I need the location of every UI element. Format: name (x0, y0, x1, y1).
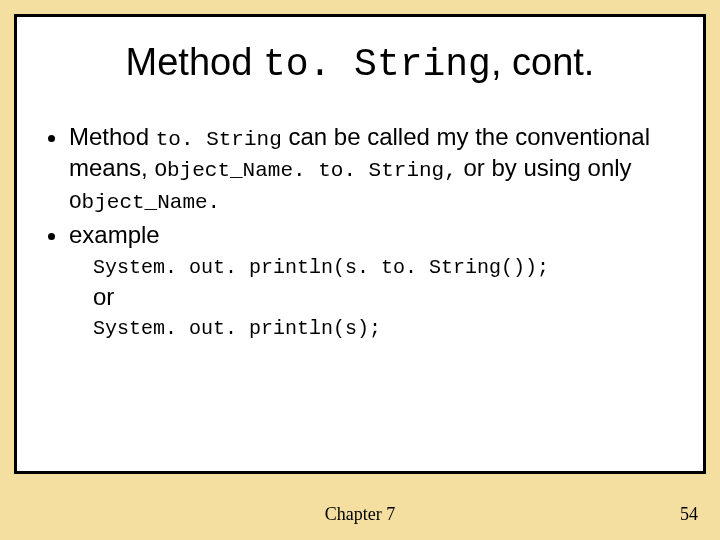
footer-chapter: Chapter 7 (0, 504, 720, 525)
code-line-2: System. out. println(s); (93, 317, 673, 340)
b1p5: Object_Name. (69, 191, 220, 214)
b1p0: Method (69, 123, 156, 150)
content-panel: Method to. String, cont. Method to. Stri… (14, 14, 706, 474)
bullet-2: example (69, 220, 673, 250)
footer-page-number: 54 (680, 504, 698, 525)
b1p4: or by using only (457, 154, 632, 181)
b1p1: to. String (156, 128, 282, 151)
title-pre: Method (126, 41, 263, 83)
footer: Chapter 7 54 (0, 504, 720, 528)
bullet-1: Method to. String can be called my the c… (69, 122, 673, 216)
b2p0: example (69, 221, 160, 248)
slide-title: Method to. String, cont. (47, 41, 673, 86)
b1p3: Object_Name. to. String, (154, 159, 456, 182)
bullet-list: Method to. String can be called my the c… (47, 122, 673, 250)
or-text: or (93, 283, 673, 311)
title-code: to. String (263, 43, 491, 86)
slide: Method to. String, cont. Method to. Stri… (0, 0, 720, 540)
title-post: , cont. (491, 41, 595, 83)
code-line-1: System. out. println(s. to. String()); (93, 256, 673, 279)
